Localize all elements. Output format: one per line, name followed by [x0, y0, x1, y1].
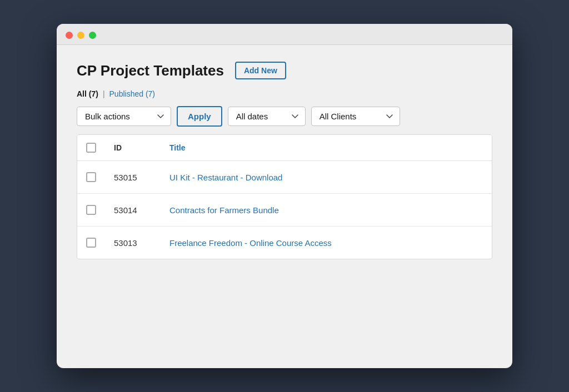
- close-button[interactable]: [66, 32, 73, 39]
- row-title[interactable]: UI Kit - Restaurant - Download: [161, 161, 492, 194]
- page-title: CP Project Templates: [77, 62, 224, 79]
- row-id: 53013: [105, 227, 161, 259]
- maximize-button[interactable]: [89, 32, 96, 39]
- title-column-header: Title: [161, 135, 492, 161]
- row-checkbox[interactable]: [86, 205, 96, 215]
- app-window: CP Project Templates Add New All (7) | P…: [57, 24, 512, 368]
- filter-all-link[interactable]: All (7): [77, 89, 98, 98]
- table-row: 53015 UI Kit - Restaurant - Download: [77, 161, 492, 194]
- row-checkbox-cell: [77, 194, 105, 227]
- minimize-button[interactable]: [77, 32, 84, 39]
- row-checkbox-cell: [77, 227, 105, 259]
- title-bar: [57, 24, 512, 45]
- row-checkbox[interactable]: [86, 172, 96, 182]
- table-row: 53013 Freelance Freedom - Online Course …: [77, 227, 492, 259]
- select-all-column: [77, 135, 105, 161]
- all-dates-dropdown[interactable]: All dates: [228, 107, 306, 126]
- table-body: 53015 UI Kit - Restaurant - Download 530…: [77, 161, 492, 259]
- filter-published-link[interactable]: Published (7): [109, 89, 156, 98]
- row-checkbox-cell: [77, 161, 105, 194]
- data-table: ID Title 53015 UI Kit - Restaurant - Dow…: [77, 135, 492, 259]
- add-new-button[interactable]: Add New: [235, 62, 286, 79]
- data-table-container: ID Title 53015 UI Kit - Restaurant - Dow…: [77, 134, 492, 259]
- row-id: 53014: [105, 194, 161, 227]
- table-row: 53014 Contracts for Farmers Bundle: [77, 194, 492, 227]
- filter-separator: |: [103, 89, 105, 98]
- bulk-actions-dropdown[interactable]: Bulk actions: [77, 107, 171, 126]
- all-clients-dropdown[interactable]: All Clients: [311, 107, 400, 126]
- filter-links: All (7) | Published (7): [77, 89, 492, 98]
- main-content: CP Project Templates Add New All (7) | P…: [57, 45, 512, 276]
- select-all-checkbox[interactable]: [86, 143, 96, 153]
- apply-button[interactable]: Apply: [177, 106, 222, 127]
- header-row: ID Title: [77, 135, 492, 161]
- row-title[interactable]: Contracts for Farmers Bundle: [161, 194, 492, 227]
- row-title[interactable]: Freelance Freedom - Online Course Access: [161, 227, 492, 259]
- row-id: 53015: [105, 161, 161, 194]
- table-header: ID Title: [77, 135, 492, 161]
- id-column-header: ID: [105, 135, 161, 161]
- toolbar: Bulk actions Apply All dates All Clients: [77, 106, 492, 127]
- page-header: CP Project Templates Add New: [77, 62, 492, 79]
- row-checkbox[interactable]: [86, 238, 96, 248]
